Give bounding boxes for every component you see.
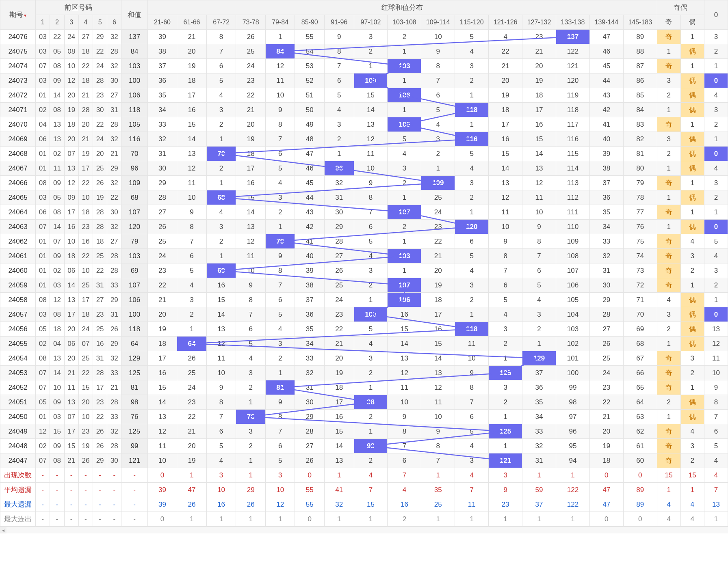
stat-val: 3 — [206, 468, 236, 483]
dist-cell: 1 — [206, 176, 236, 190]
front-cell: 07 — [36, 366, 50, 380]
dist-cell: 37 — [589, 176, 623, 190]
table-row: 2407102081928303111834163219504141511818… — [0, 103, 728, 117]
dist-cell: 35 — [295, 322, 325, 337]
front-subcol: 1 — [36, 15, 50, 30]
dist-cell: 1 — [354, 424, 388, 439]
front-cell: 26 — [93, 439, 107, 453]
even-cell: 偶 — [680, 337, 704, 351]
dist-cell: 42 — [589, 103, 623, 117]
dist-cell: 18 — [421, 293, 455, 307]
dist-cell: 3 — [236, 366, 266, 380]
dist-cell: 6 — [265, 147, 295, 161]
stat-val: 4 — [680, 512, 704, 527]
dist-cell: 1 — [455, 88, 489, 103]
dist-cell: 8 — [421, 439, 455, 453]
dist-cell: 1 — [522, 337, 556, 351]
dist-cell: 3 — [489, 380, 522, 395]
front-cell: 07 — [78, 337, 93, 351]
zero-cell: 3 — [704, 176, 728, 190]
dist-cell: 29 — [325, 220, 354, 234]
front-cell: 17 — [78, 161, 93, 176]
front-cell: 11 — [50, 161, 64, 176]
front-cell: 14 — [50, 366, 64, 380]
front-cell: 11 — [64, 380, 78, 395]
dist-cell: 74 — [623, 249, 657, 263]
period-cell: 24066 — [0, 176, 36, 190]
stat-val: 9 — [489, 483, 522, 497]
dist-subcol: 73-78 — [236, 15, 266, 30]
dist-cell: 38 — [589, 161, 623, 176]
dist-cell: 28 — [295, 424, 325, 439]
table-row: 2405808121317272910621315863724110618254… — [0, 293, 728, 307]
front-cell: 18 — [78, 73, 93, 88]
dist-cell: 10 — [455, 351, 489, 366]
dist-cell: 9 — [354, 176, 388, 190]
front-cell: 07 — [36, 380, 50, 395]
even-cell: 偶 — [680, 88, 704, 103]
front-cell: 29 — [93, 30, 107, 44]
col-period[interactable]: 期号▾ — [0, 0, 36, 30]
dist-cell: 81 — [623, 147, 657, 161]
dist-cell: 96 — [556, 424, 589, 439]
front-cell: 22 — [78, 59, 93, 73]
front-cell: 14 — [50, 220, 64, 234]
dist-cell: 33 — [295, 351, 325, 366]
front-cell: 22 — [93, 410, 107, 424]
dist-cell: 14 — [206, 307, 236, 322]
dist-cell-highlight: 125 — [489, 366, 522, 380]
horizontal-scrollbar[interactable]: ◄ — [0, 527, 728, 533]
dist-cell: 6 — [388, 453, 421, 468]
stat-label: 最大遗漏 — [0, 497, 36, 512]
oe-subcol: 偶 — [680, 15, 704, 30]
scroll-left-arrow[interactable]: ◄ — [0, 527, 6, 533]
front-cell: 28 — [78, 103, 93, 117]
dist-cell: 3 — [265, 190, 295, 205]
dist-cell: 12 — [522, 176, 556, 190]
period-cell: 24067 — [0, 161, 36, 176]
dist-cell: 20 — [236, 117, 266, 132]
dist-cell: 46 — [589, 44, 623, 59]
front-cell: 19 — [78, 147, 93, 161]
table-row: 2407503050818222884382072584548219422211… — [0, 44, 728, 59]
dist-cell: 1 — [206, 132, 236, 147]
front-cell: 33 — [107, 410, 121, 424]
stat-dash: - — [78, 512, 93, 527]
dist-cell: 5 — [354, 234, 388, 249]
front-cell: 22 — [78, 176, 93, 190]
dist-cell: 5 — [265, 161, 295, 176]
front-cell: 13 — [50, 351, 64, 366]
dist-cell: 7 — [489, 263, 522, 278]
front-cell: 32 — [107, 132, 121, 147]
dist-cell: 6 — [325, 73, 354, 88]
dist-cell: 8 — [455, 380, 489, 395]
dist-cell: 22 — [489, 44, 522, 59]
dist-cell: 94 — [556, 453, 589, 468]
dist-cell: 110 — [556, 220, 589, 234]
even-cell: 偶 — [680, 161, 704, 176]
dist-cell: 2 — [489, 337, 522, 351]
dist-cell-highlight: 106 — [388, 88, 421, 103]
dist-cell-highlight: 84 — [265, 44, 295, 59]
dist-cell: 21 — [421, 249, 455, 263]
front-cell: 30 — [93, 103, 107, 117]
front-cell: 03 — [50, 278, 64, 293]
dist-cell: 3 — [388, 161, 421, 176]
period-cell: 24065 — [0, 190, 36, 205]
period-cell: 24059 — [0, 278, 36, 293]
front-cell: 32 — [107, 176, 121, 190]
table-row: 2405207101115172181152492813118111128336… — [0, 380, 728, 395]
front-cell: 09 — [50, 249, 64, 263]
dist-cell-highlight: 116 — [455, 132, 489, 147]
dist-cell: 25 — [589, 351, 623, 366]
dist-cell: 9 — [455, 366, 489, 380]
dist-cell: 13 — [522, 161, 556, 176]
stat-label: 平均遗漏 — [0, 483, 36, 497]
dist-cell: 34 — [147, 103, 177, 117]
dist-subcol: 103-108 — [388, 15, 421, 30]
stat-dash: - — [64, 483, 78, 497]
stat-val: 35 — [421, 483, 455, 497]
even-cell: 偶 — [680, 147, 704, 161]
front-cell: 05 — [50, 44, 64, 59]
stat-val: 1 — [325, 512, 354, 527]
